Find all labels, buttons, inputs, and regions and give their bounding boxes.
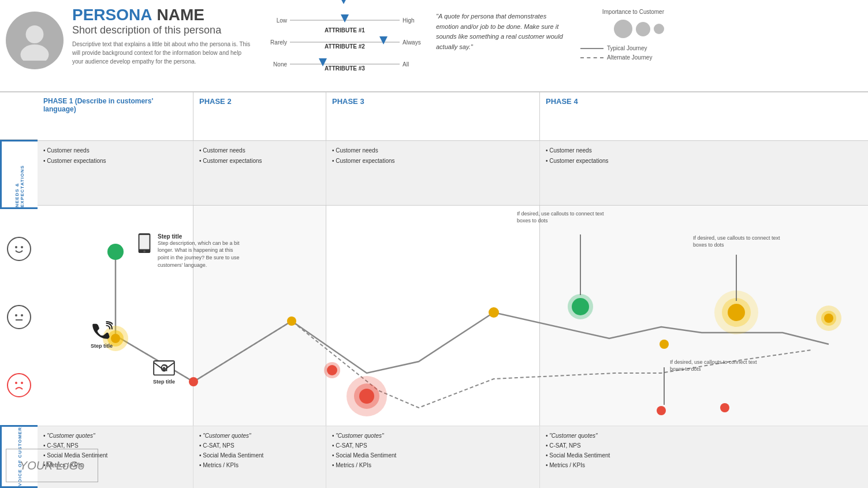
imp-dot-sm (654, 24, 664, 34)
phase-2-header: PHASE 2 (193, 92, 326, 140)
phase-headers: PHASE 1 (Describe in customers' language… (38, 92, 868, 141)
step-3-title: Step title (153, 379, 175, 385)
importance-title: Importance to Customer (580, 9, 664, 15)
phases-content: PHASE 1 (Describe in customers' language… (38, 92, 868, 488)
emotion-sad (7, 373, 31, 397)
svg-point-4 (15, 314, 17, 316)
step-1-title: Step title (158, 233, 240, 240)
dot-yellow-p4b (824, 314, 833, 323)
call-icon (91, 321, 113, 343)
imp-dot-md (636, 22, 650, 36)
dot-red-p2 (327, 365, 337, 375)
needs-row: • Customer needs • Customer expectations… (38, 141, 868, 206)
dot-yellow-p3a (489, 307, 499, 318)
legend-alternate-line (580, 57, 603, 58)
step-2-callout: Step title (91, 321, 113, 349)
svg-point-2 (15, 246, 17, 248)
svg-point-0 (26, 25, 44, 43)
step-2-title: Step title (91, 343, 113, 349)
importance-dots (580, 20, 664, 38)
left-labels: NEEDS & EXPECTATIONS (0, 92, 38, 488)
needs-label: NEEDS & EXPECTATIONS (14, 141, 25, 207)
legend-typical-label: Typical Journey (607, 45, 647, 51)
voice-cell-2: • "Customer quotes" • C-SAT, NPS • Socia… (193, 426, 326, 488)
legend-typical-line (580, 48, 603, 49)
svg-point-8 (21, 382, 23, 384)
voice-row: • "Customer quotes" • C-SAT, NPS • Socia… (38, 426, 868, 488)
needs-cell-1: • Customer needs • Customer expectations (38, 141, 193, 205)
legend-typical: Typical Journey (580, 45, 664, 51)
attributes-section: Low ATTRIBUTE #1 High Rarely ATTRIBUTE #… (263, 6, 424, 70)
phase-1-title: PHASE 1 (Describe in customers' language… (43, 97, 187, 113)
dot-yellow-p4-low (660, 340, 669, 349)
persona-quote: "A quote for persona that demonstrates e… (436, 12, 569, 52)
legend-alternate: Alternate Journey (580, 54, 664, 61)
phase-4-title: PHASE 4 (546, 97, 862, 106)
dot-yellow-mid (287, 316, 296, 326)
dot-red-p3 (657, 406, 666, 415)
attribute-row-2: Rarely ATTRIBUTE #2 Always (263, 36, 424, 48)
callout-p4-top: If desired, use callouts to connect text… (693, 234, 785, 249)
emotion-happy (7, 237, 31, 261)
persona-name-blue: PERSONA (72, 6, 152, 24)
svg-point-11 (143, 250, 146, 252)
dot-red-big-inner (359, 389, 374, 404)
phone-icon (136, 233, 153, 254)
callout-p4-bottom: If desired, use callouts to connect text… (670, 359, 762, 373)
emotion-neutral (7, 305, 31, 329)
svg-point-5 (21, 314, 23, 316)
svg-rect-10 (139, 235, 149, 249)
persona-quote-section: "A quote for persona that demonstrates e… (436, 6, 569, 52)
dot-green-p3 (572, 298, 589, 315)
svg-point-3 (21, 246, 23, 248)
needs-label-cell: NEEDS & EXPECTATIONS (0, 140, 38, 209)
needs-cell-4: • Customer needs • Customer expectations (540, 141, 868, 205)
voice-cell-3: • "Customer quotes" • C-SAT, NPS • Socia… (326, 426, 540, 488)
step-3-callout: Step title (153, 360, 175, 385)
phase-2-title: PHASE 2 (199, 97, 320, 106)
imp-dot-lg (614, 20, 632, 38)
needs-cell-2: • Customer needs • Customer expectations (193, 141, 326, 205)
dot-green-p1 (107, 244, 124, 260)
phase-1-header: PHASE 1 (Describe in customers' language… (38, 92, 193, 140)
voice-cell-4: • "Customer quotes" • C-SAT, NPS • Socia… (540, 426, 868, 488)
step-1-callout: Step title Step description, which can b… (136, 233, 240, 269)
phase-3-header: PHASE 3 (326, 92, 540, 140)
persona-description: Descriptive text that explains a little … (72, 40, 251, 66)
persona-info: PERSONA NAME Short description of this p… (72, 6, 251, 66)
attribute-row-3: None ATTRIBUTE #3 All (263, 58, 424, 70)
callout-p3-top: If desired, use callouts to connect text… (517, 210, 609, 225)
persona-name-dark: NAME (157, 6, 204, 24)
logo-box: YOUR LoGo (6, 449, 98, 482)
svg-point-14 (163, 367, 165, 369)
dot-red-p1 (189, 377, 198, 386)
importance-section: Importance to Customer Typical Journey A… (580, 6, 664, 61)
svg-point-1 (21, 44, 49, 61)
step-1-desc: Step description, which can be a bit lon… (158, 240, 240, 269)
phase-3-title: PHASE 3 (332, 97, 534, 106)
logo-text: YOUR LoGo (20, 459, 84, 472)
journey-row: Step title Step description, which can b… (38, 206, 868, 426)
emotion-column (0, 209, 38, 425)
attribute-row-1: Low ATTRIBUTE #1 High (263, 14, 424, 26)
persona-avatar (6, 12, 64, 69)
email-icon (153, 360, 175, 379)
phase-4-header: PHASE 4 (540, 92, 868, 140)
needs-cell-3: • Customer needs • Customer expectations (326, 141, 540, 205)
persona-subtitle: Short description of this persona (72, 24, 251, 36)
svg-point-7 (15, 382, 17, 384)
dot-red-p4 (720, 403, 729, 412)
legend-alternate-label: Alternate Journey (607, 54, 652, 61)
dot-yellow-p4-inner (728, 304, 745, 321)
